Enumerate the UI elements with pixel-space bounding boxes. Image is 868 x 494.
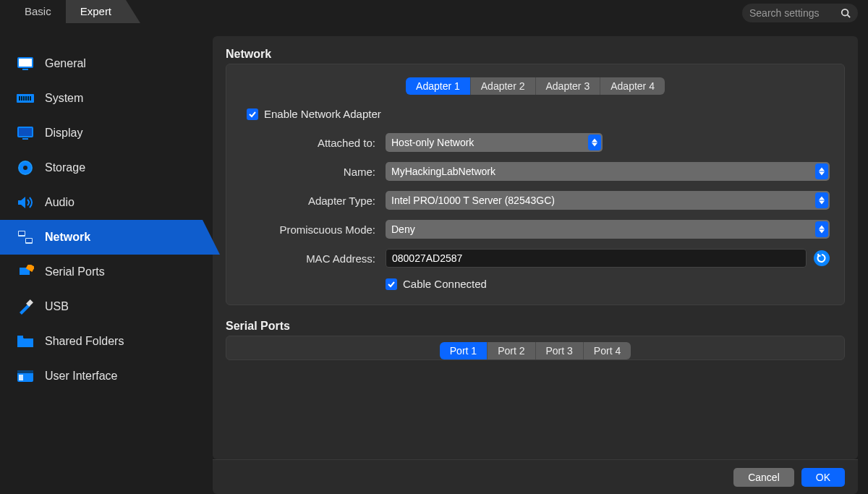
serial-section: Serial Ports Port 1 Port 2 Port 3 Port 4 — [226, 320, 845, 360]
svg-rect-3 — [19, 59, 32, 67]
mode-tab-basic[interactable]: Basic — [10, 0, 66, 23]
svg-rect-7 — [21, 96, 22, 101]
name-select[interactable]: MyHackingLabNetwork — [386, 162, 830, 181]
svg-rect-21 — [26, 239, 32, 242]
network-section: Network Adapter 1 Adapter 2 Adapter 3 Ad… — [226, 48, 845, 305]
sidebar-item-label: General — [45, 57, 86, 70]
mac-input[interactable]: 080027AD2587 — [386, 249, 807, 268]
sidebar-item-audio[interactable]: Audio — [0, 185, 203, 220]
sidebar-item-label: Audio — [45, 196, 75, 209]
mode-tabs: Basic Expert — [10, 0, 126, 26]
sidebar-item-label: Shared Folders — [45, 335, 124, 348]
name-label: Name: — [241, 166, 386, 178]
sidebar-item-label: System — [45, 92, 83, 105]
attached-to-select[interactable]: Host-only Network — [386, 133, 603, 152]
cancel-button[interactable]: Cancel — [733, 468, 794, 487]
adapter-tabs: Adapter 1 Adapter 2 Adapter 3 Adapter 4 — [241, 77, 830, 95]
tab-adapter-4[interactable]: Adapter 4 — [600, 77, 665, 95]
promiscuous-select[interactable]: Deny — [386, 220, 830, 239]
sidebar-item-label: USB — [45, 300, 69, 313]
top-bar: Basic Expert Search settings — [0, 0, 868, 26]
svg-rect-11 — [30, 96, 31, 101]
ok-button[interactable]: OK — [801, 468, 845, 487]
select-arrows-icon — [815, 163, 828, 179]
tab-adapter-2[interactable]: Adapter 2 — [471, 77, 536, 95]
serial-title: Serial Ports — [226, 320, 845, 333]
sidebar-item-storage[interactable]: Storage — [0, 150, 203, 185]
svg-rect-27 — [19, 375, 23, 380]
tab-adapter-3[interactable]: Adapter 3 — [536, 77, 601, 95]
sidebar-item-label: User Interface — [45, 370, 117, 383]
sidebar-item-label: Network — [45, 231, 90, 244]
serial-panel: Port 1 Port 2 Port 3 Port 4 — [226, 336, 845, 360]
tab-adapter-1[interactable]: Adapter 1 — [406, 77, 471, 95]
storage-icon — [16, 160, 35, 176]
serial-icon — [16, 264, 35, 280]
adapter-type-select[interactable]: Intel PRO/1000 T Server (82543GC) — [386, 191, 830, 210]
sidebar-item-network[interactable]: Network — [0, 220, 203, 255]
svg-rect-8 — [23, 96, 25, 101]
select-arrows-icon — [815, 192, 828, 208]
promiscuous-label: Promiscuous Mode: — [241, 223, 386, 236]
attached-to-label: Attached to: — [241, 137, 386, 149]
system-icon — [16, 90, 35, 106]
svg-rect-4 — [22, 69, 28, 70]
sidebar-item-display[interactable]: Display — [0, 116, 203, 150]
content-area: Network Adapter 1 Adapter 2 Adapter 3 Ad… — [213, 36, 858, 459]
search-placeholder: Search settings — [749, 7, 841, 19]
sidebar-item-system[interactable]: System — [0, 81, 203, 116]
svg-point-0 — [842, 9, 848, 16]
adapter-type-label: Adapter Type: — [241, 195, 386, 207]
refresh-icon — [817, 253, 827, 263]
svg-point-16 — [23, 166, 27, 170]
sidebar-item-serial-ports[interactable]: Serial Ports — [0, 255, 203, 289]
sidebar-item-usb[interactable]: USB — [0, 289, 203, 324]
ui-icon — [16, 368, 35, 384]
tab-port-3[interactable]: Port 3 — [536, 342, 584, 359]
cable-connected-checkbox[interactable] — [386, 278, 397, 290]
enable-adapter-checkbox[interactable] — [247, 108, 258, 120]
sidebar-item-shared-folders[interactable]: Shared Folders — [0, 324, 203, 359]
svg-rect-6 — [19, 96, 20, 101]
svg-rect-10 — [27, 96, 29, 101]
sidebar-item-label: Storage — [45, 161, 85, 174]
display-icon — [16, 125, 35, 141]
search-input[interactable]: Search settings — [742, 4, 858, 22]
footer: Cancel OK — [213, 459, 858, 494]
network-icon — [16, 229, 35, 245]
svg-rect-13 — [19, 128, 32, 136]
mode-tab-expert[interactable]: Expert — [66, 0, 126, 23]
mac-label: MAC Address: — [241, 252, 386, 265]
audio-icon — [16, 195, 35, 210]
svg-rect-9 — [25, 96, 27, 101]
folders-icon — [16, 333, 35, 349]
sidebar-item-user-interface[interactable]: User Interface — [0, 359, 203, 393]
search-icon — [841, 8, 851, 18]
tab-port-1[interactable]: Port 1 — [440, 342, 488, 359]
select-arrows-icon — [815, 221, 828, 237]
tab-port-4[interactable]: Port 4 — [584, 342, 631, 359]
select-arrows-icon — [588, 135, 601, 150]
port-tabs: Port 1 Port 2 Port 3 Port 4 — [241, 342, 830, 359]
cable-connected-label: Cable Connected — [403, 278, 487, 290]
usb-icon — [16, 299, 35, 315]
tab-port-2[interactable]: Port 2 — [488, 342, 535, 359]
network-title: Network — [226, 48, 845, 61]
enable-adapter-label: Enable Network Adapter — [264, 108, 381, 120]
mac-refresh-button[interactable] — [814, 250, 830, 266]
sidebar-item-general[interactable]: General — [0, 46, 203, 81]
network-panel: Adapter 1 Adapter 2 Adapter 3 Adapter 4 … — [226, 64, 845, 305]
sidebar-item-label: Display — [45, 127, 82, 140]
general-icon — [16, 56, 35, 72]
svg-rect-14 — [22, 138, 28, 140]
svg-rect-24 — [17, 336, 23, 338]
sidebar-item-label: Serial Ports — [45, 265, 105, 278]
svg-rect-20 — [19, 231, 25, 235]
svg-rect-26 — [17, 370, 33, 373]
sidebar: General System Display Storage — [0, 26, 203, 494]
svg-line-1 — [848, 15, 851, 18]
